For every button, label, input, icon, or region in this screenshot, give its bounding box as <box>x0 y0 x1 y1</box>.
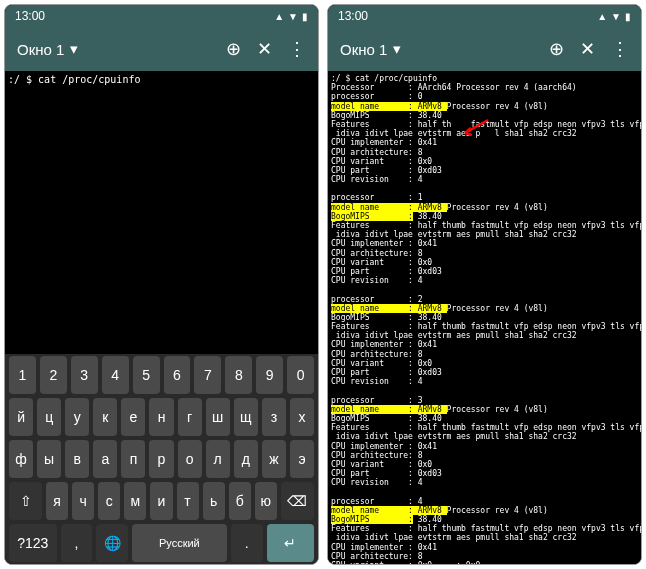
key-ф[interactable]: ф <box>9 440 33 478</box>
key-⌫[interactable]: ⌫ <box>281 482 314 520</box>
status-icons: ▲ ▼ ▮ <box>597 11 631 22</box>
key-б[interactable]: б <box>229 482 251 520</box>
key-2[interactable]: 2 <box>40 356 67 394</box>
dropdown-icon: ▾ <box>393 40 401 58</box>
add-button[interactable]: ⊕ <box>226 38 241 60</box>
key-ж[interactable]: ж <box>262 440 286 478</box>
header-left[interactable]: Окно 1 ▾ <box>340 40 401 58</box>
key-🌐[interactable]: 🌐 <box>96 524 128 562</box>
key-.[interactable]: . <box>231 524 263 562</box>
key-д[interactable]: д <box>234 440 258 478</box>
signal-icon: ▲ <box>597 11 607 22</box>
kb-row-4: ⇧ячсмитьбю⌫ <box>5 480 318 522</box>
key-5[interactable]: 5 <box>133 356 160 394</box>
key-й[interactable]: й <box>9 398 33 436</box>
terminal-left[interactable]: :/ $ cat /proc/cpuinfo <box>5 71 318 354</box>
key-7[interactable]: 7 <box>194 356 221 394</box>
key-9[interactable]: 9 <box>256 356 283 394</box>
key-щ[interactable]: щ <box>234 398 258 436</box>
key-г[interactable]: г <box>178 398 202 436</box>
statusbar: 13:00 ▲ ▼ ▮ <box>5 5 318 27</box>
wifi-icon: ▼ <box>611 11 621 22</box>
key-3[interactable]: 3 <box>71 356 98 394</box>
key-1[interactable]: 1 <box>9 356 36 394</box>
key-ш[interactable]: ш <box>206 398 230 436</box>
app-header: Окно 1 ▾ ⊕ ✕ ⋮ <box>328 27 641 71</box>
kb-row-5: ?123,🌐Русский.↵ <box>5 522 318 564</box>
key-8[interactable]: 8 <box>225 356 252 394</box>
menu-button[interactable]: ⋮ <box>611 38 629 60</box>
key-ь[interactable]: ь <box>203 482 225 520</box>
key-ю[interactable]: ю <box>255 482 277 520</box>
time: 13:00 <box>338 9 368 23</box>
key-ы[interactable]: ы <box>37 440 61 478</box>
key-о[interactable]: о <box>178 440 202 478</box>
header-right: ⊕ ✕ ⋮ <box>226 38 306 60</box>
key-с[interactable]: с <box>98 482 120 520</box>
statusbar: 13:00 ▲ ▼ ▮ <box>328 5 641 27</box>
window-title: Окно 1 <box>17 41 64 58</box>
signal-icon: ▲ <box>274 11 284 22</box>
window-title: Окно 1 <box>340 41 387 58</box>
close-button[interactable]: ✕ <box>580 38 595 60</box>
terminal-right[interactable]: :/ $ cat /proc/cpuinfo Processor : AArch… <box>328 71 641 564</box>
key-к[interactable]: к <box>93 398 117 436</box>
header-left[interactable]: Окно 1 ▾ <box>17 40 78 58</box>
key-и[interactable]: и <box>150 482 172 520</box>
key-0[interactable]: 0 <box>287 356 314 394</box>
left-phone: 13:00 ▲ ▼ ▮ Окно 1 ▾ ⊕ ✕ ⋮ :/ $ cat /pro… <box>4 4 319 565</box>
key-Русский[interactable]: Русский <box>132 524 227 562</box>
close-button[interactable]: ✕ <box>257 38 272 60</box>
battery-icon: ▮ <box>302 11 308 22</box>
key-у[interactable]: у <box>65 398 89 436</box>
add-button[interactable]: ⊕ <box>549 38 564 60</box>
app-header: Окно 1 ▾ ⊕ ✕ ⋮ <box>5 27 318 71</box>
wifi-icon: ▼ <box>288 11 298 22</box>
key-↵[interactable]: ↵ <box>267 524 315 562</box>
key-з[interactable]: з <box>262 398 286 436</box>
status-icons: ▲ ▼ ▮ <box>274 11 308 22</box>
right-phone: 13:00 ▲ ▼ ▮ Окно 1 ▾ ⊕ ✕ ⋮ :/ $ cat /pro… <box>327 4 642 565</box>
key-⇧[interactable]: ⇧ <box>9 482 42 520</box>
keyboard: 1234567890 йцукенгшщзх фывапролджэ ⇧ячсм… <box>5 354 318 564</box>
battery-icon: ▮ <box>625 11 631 22</box>
key-,[interactable]: , <box>61 524 93 562</box>
dropdown-icon: ▾ <box>70 40 78 58</box>
key-л[interactable]: л <box>206 440 230 478</box>
key-р[interactable]: р <box>149 440 173 478</box>
key-ч[interactable]: ч <box>72 482 94 520</box>
key-в[interactable]: в <box>65 440 89 478</box>
key-е[interactable]: е <box>121 398 145 436</box>
kb-row-3: фывапролджэ <box>5 438 318 480</box>
key-п[interactable]: п <box>121 440 145 478</box>
time: 13:00 <box>15 9 45 23</box>
key-м[interactable]: м <box>124 482 146 520</box>
key-а[interactable]: а <box>93 440 117 478</box>
header-right: ⊕ ✕ ⋮ <box>549 38 629 60</box>
key-э[interactable]: э <box>290 440 314 478</box>
menu-button[interactable]: ⋮ <box>288 38 306 60</box>
kb-row-1: 1234567890 <box>5 354 318 396</box>
key-4[interactable]: 4 <box>102 356 129 394</box>
key-6[interactable]: 6 <box>164 356 191 394</box>
key-я[interactable]: я <box>46 482 68 520</box>
key-х[interactable]: х <box>290 398 314 436</box>
key-н[interactable]: н <box>149 398 173 436</box>
prompt: :/ $ cat /proc/cpuinfo <box>8 74 140 85</box>
key-?123[interactable]: ?123 <box>9 524 57 562</box>
key-ц[interactable]: ц <box>37 398 61 436</box>
key-т[interactable]: т <box>177 482 199 520</box>
kb-row-2: йцукенгшщзх <box>5 396 318 438</box>
